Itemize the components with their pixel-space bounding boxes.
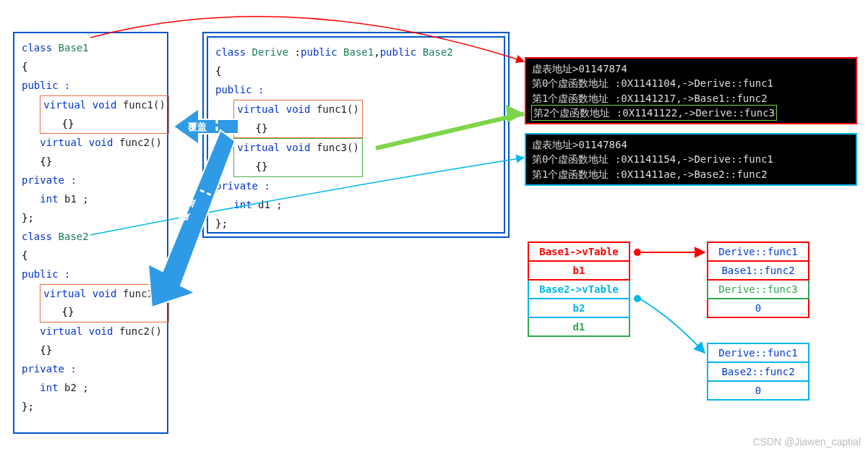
base2-func1-highlight: virtual void func1() {} xyxy=(40,284,169,323)
vtable2-row1: 第1个虚函数地址 :0X11411ae,->Base2::func2 xyxy=(532,167,850,181)
obj-b1: b1 xyxy=(528,261,629,280)
vtable2-table: Derive::func1 Base2::func2 0 xyxy=(707,343,809,401)
console-vtable1: 虚表地址>01147874 第0个虚函数地址 :0X1141104,->Deri… xyxy=(525,57,857,124)
vtable1-row1: 第1个虚函数地址 :0X1141217,->Base1::func2 xyxy=(532,91,850,106)
member-b1: b1 ; xyxy=(64,193,89,205)
vt2-r1: Base2::func2 xyxy=(708,362,809,381)
memory-object-table: Base1->vTable b1 Base2->vTable b2 d1 xyxy=(528,241,630,337)
obj-base1-vtable: Base1->vTable xyxy=(528,242,629,261)
vtable2-row0: 第0个虚函数地址 :0X1141154,->Derive::func1 xyxy=(532,152,850,166)
dot-base1-vtable xyxy=(634,249,641,256)
public-label: public : xyxy=(22,77,160,95)
override-label-2: 覆 盖 xyxy=(177,195,197,223)
vtable1-row0: 第0个虚函数地址 :0X1141104,->Derive::func1 xyxy=(532,76,850,90)
vtable2-addr: 虚表地址>01147864 xyxy=(532,137,850,152)
code-box-base: class Base1 { public : virtual void func… xyxy=(13,32,168,434)
member-d1: d1 ; xyxy=(258,199,283,210)
obj-d1: d1 xyxy=(528,317,629,336)
attribution-text: CSDN @Jiawen_captial xyxy=(752,436,861,448)
derive-func3-highlight: virtual void func3() {} xyxy=(233,138,363,177)
vt1-r3: 0 xyxy=(708,299,809,317)
private-label: private : xyxy=(22,171,160,190)
base1-func2: func2() xyxy=(119,137,162,148)
vt2-r2: 0 xyxy=(708,381,809,400)
vt1-r1: Base1::func2 xyxy=(708,261,809,280)
obj-base2-vtable: Base2->vTable xyxy=(528,280,629,299)
code-box-derive-outer: class Derive :public Base1,public Base2 … xyxy=(202,32,510,238)
vt2-r0: Derive::func1 xyxy=(708,343,809,362)
vt1-r2: Derive::func3 xyxy=(708,280,809,299)
arrow-obj-vt2 xyxy=(640,299,705,353)
base2-func2: func2() xyxy=(119,325,162,337)
vtable1-row2: 第2个虚函数地址 :0X1141122,->Derive::func3 xyxy=(532,106,776,120)
obj-b2: b2 xyxy=(528,299,629,317)
derive-func1-highlight: virtual void func1() {} xyxy=(233,100,363,139)
base1-func1-highlight: virtual void func1() {} xyxy=(40,95,169,134)
vtable1-addr: 虚表地址>01147874 xyxy=(532,61,850,76)
dot-base2-vtable xyxy=(634,295,641,302)
member-b2: b2 ; xyxy=(64,382,89,393)
class-base1-name: Base1 xyxy=(59,42,89,54)
class-base2-name: Base2 xyxy=(59,231,89,242)
brace-open: { xyxy=(22,58,160,77)
console-vtable2: 虚表地址>01147864 第0个虚函数地址 :0X1141154,->Deri… xyxy=(525,133,857,186)
vt1-r0: Derive::func1 xyxy=(708,242,809,261)
vtable1-table: Derive::func1 Base1::func2 Derive::func3… xyxy=(707,241,809,318)
